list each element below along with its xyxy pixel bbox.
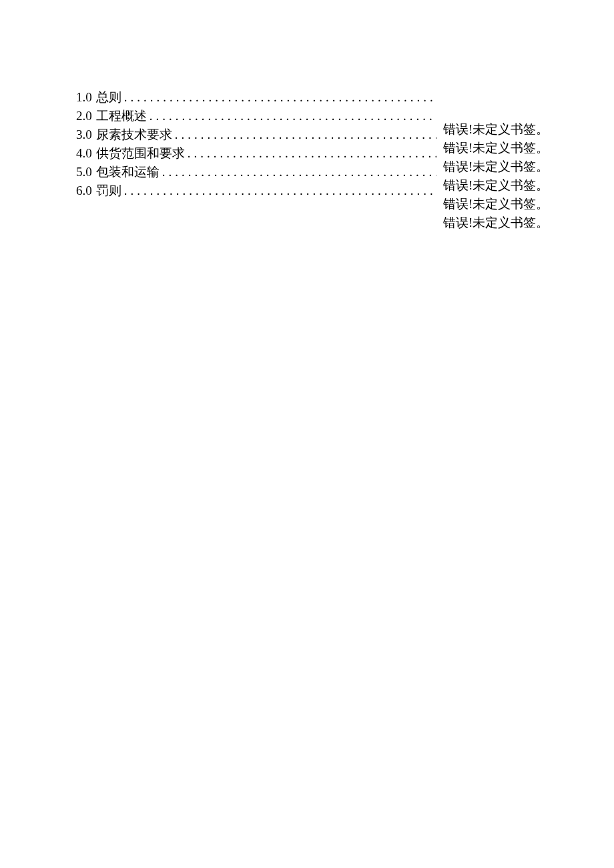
bookmark-error: 错误!未定义书签。 bbox=[443, 139, 603, 157]
toc-leader-dots: ........................................… bbox=[175, 125, 436, 144]
toc-entry: 5.0 包装和运输 ..............................… bbox=[76, 163, 436, 181]
toc-number: 6.0 bbox=[76, 181, 92, 200]
toc-title: 总则 bbox=[96, 88, 121, 107]
toc-number: 1.0 bbox=[76, 88, 92, 107]
bookmark-error: 错误!未定义书签。 bbox=[443, 157, 603, 176]
toc-title: 供货范围和要求 bbox=[96, 144, 185, 163]
toc-entry: 1.0 总则 .................................… bbox=[76, 88, 436, 107]
toc-title: 包装和运输 bbox=[96, 163, 160, 181]
toc-number: 2.0 bbox=[76, 107, 92, 125]
toc-leader-dots: ........................................… bbox=[149, 107, 436, 125]
bookmark-error: 错误!未定义书签。 bbox=[443, 213, 603, 232]
toc-title: 罚则 bbox=[96, 181, 121, 200]
toc-title: 尿素技术要求 bbox=[96, 125, 172, 144]
toc-entry: 6.0 罚则 .................................… bbox=[76, 181, 436, 200]
toc-leader-dots: ........................................… bbox=[124, 88, 436, 107]
toc-leader-dots: ........................................… bbox=[124, 181, 436, 200]
toc-leader-dots: ........................................… bbox=[162, 163, 436, 181]
toc-list: 1.0 总则 .................................… bbox=[76, 88, 436, 200]
toc-number: 3.0 bbox=[76, 125, 92, 144]
error-list: 错误!未定义书签。 错误!未定义书签。 错误!未定义书签。 错误!未定义书签。 … bbox=[443, 120, 603, 232]
toc-entry: 4.0 供货范围和要求 ............................… bbox=[76, 144, 436, 163]
toc-entry: 2.0 工程概述 ...............................… bbox=[76, 107, 436, 125]
document-page: 1.0 总则 .................................… bbox=[76, 88, 603, 200]
bookmark-error: 错误!未定义书签。 bbox=[443, 195, 603, 213]
toc-title: 工程概述 bbox=[96, 107, 147, 125]
toc-number: 5.0 bbox=[76, 163, 92, 181]
bookmark-error: 错误!未定义书签。 bbox=[443, 176, 603, 195]
toc-leader-dots: ........................................… bbox=[188, 144, 436, 163]
toc-entry: 3.0 尿素技术要求 .............................… bbox=[76, 125, 436, 144]
bookmark-error: 错误!未定义书签。 bbox=[443, 120, 603, 139]
toc-number: 4.0 bbox=[76, 144, 92, 163]
